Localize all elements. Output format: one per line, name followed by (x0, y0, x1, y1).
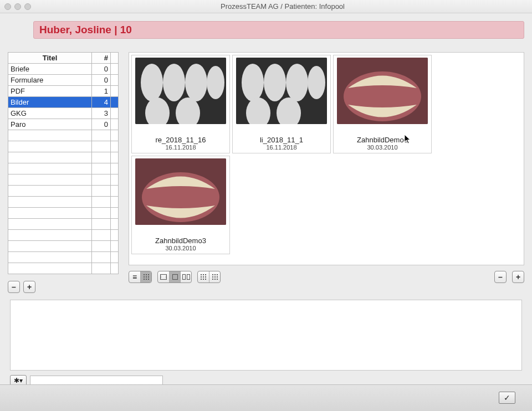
filmstrip-icon (160, 274, 167, 280)
dual-icon (182, 274, 190, 280)
svg-point-1 (141, 64, 163, 101)
thumbnail-label: li_2018_11_1 (260, 136, 303, 144)
patient-name-id: Huber, Josline | 10 (39, 24, 132, 35)
thumbnail-image (135, 58, 226, 124)
category-row-empty (8, 186, 119, 197)
category-spare (111, 75, 119, 86)
zoom-window-icon[interactable] (24, 3, 31, 10)
svg-point-11 (308, 66, 325, 99)
notes-panel[interactable] (10, 300, 522, 371)
category-row[interactable]: Formulare0 (8, 75, 119, 86)
patient-banner: Huber, Josline | 10 (33, 21, 524, 39)
category-row-empty (8, 252, 119, 263)
category-spare (111, 119, 119, 130)
category-row-empty (8, 263, 119, 274)
gallery-remove-button[interactable]: – (494, 271, 507, 283)
category-title: Briefe (8, 64, 92, 75)
view-mode-segment-3 (197, 271, 221, 283)
category-row-empty (8, 174, 119, 186)
add-category-button[interactable]: + (23, 281, 35, 293)
category-title: PDF (8, 86, 92, 97)
image-gallery: re_2018_11_1616.11.2018li_2018_11_116.11… (129, 52, 524, 265)
window-titlebar: ProzessTEAM AG / Patienten: Infopool (0, 0, 532, 13)
single-icon (172, 274, 178, 280)
thumbnail-label: re_2018_11_16 (155, 136, 206, 144)
category-count: 0 (92, 64, 111, 75)
category-count: 0 (92, 119, 111, 130)
category-count: 4 (92, 97, 111, 108)
category-spare (111, 86, 119, 97)
window-traffic-lights (4, 3, 31, 10)
svg-point-10 (286, 64, 308, 101)
category-spare (111, 97, 119, 108)
category-spare (111, 108, 119, 119)
svg-point-3 (185, 64, 207, 101)
thumbnail-image (135, 158, 226, 225)
category-title: Formulare (8, 75, 92, 86)
category-row[interactable]: Briefe0 (8, 64, 119, 75)
svg-point-2 (163, 64, 185, 101)
gallery-thumbnail[interactable]: li_2018_11_116.11.2018 (232, 55, 331, 153)
category-row-empty (8, 219, 119, 230)
thumbnail-label: ZahnbildDemo6 (357, 136, 408, 144)
remove-category-button[interactable]: – (8, 281, 20, 293)
gallery-thumbnail[interactable]: re_2018_11_1616.11.2018 (131, 55, 230, 153)
view-single-button[interactable] (169, 271, 180, 282)
category-spare (111, 64, 119, 75)
category-count: 1 (92, 86, 111, 97)
category-header-spare (111, 53, 119, 64)
category-row-empty (8, 130, 119, 141)
window-title: ProzessTEAM AG / Patienten: Infopool (38, 2, 528, 11)
category-row-empty (8, 208, 119, 219)
minimize-window-icon[interactable] (14, 3, 21, 10)
category-row[interactable]: PDF1 (8, 86, 119, 97)
thumbnail-label: ZahnbildDemo3 (155, 237, 206, 245)
thumbnail-date: 16.11.2018 (266, 144, 296, 151)
category-title: GKG (8, 108, 92, 119)
view-filmstrip-button[interactable] (158, 271, 169, 282)
category-row-empty (8, 152, 119, 163)
category-row[interactable]: Paro0 (8, 119, 119, 130)
thumbnail-date: 16.11.2018 (165, 144, 196, 151)
category-row[interactable]: GKG3 (8, 108, 119, 119)
close-window-icon[interactable] (4, 3, 11, 10)
category-header-title[interactable]: Titel (8, 53, 92, 64)
view-dense-grid-a-button[interactable] (198, 271, 209, 282)
category-row-empty (8, 241, 119, 252)
category-row-empty (8, 230, 119, 241)
category-title: Bilder (8, 97, 92, 108)
gallery-add-button[interactable]: + (512, 271, 524, 283)
confirm-button[interactable]: ✓ (499, 392, 515, 404)
view-list-button[interactable] (129, 271, 140, 282)
svg-point-4 (207, 66, 224, 99)
grid-icon (143, 274, 150, 280)
gallery-thumbnail[interactable]: ZahnbildDemo630.03.2010 (333, 55, 432, 153)
gear-icon: ✱▾ (14, 377, 23, 384)
category-title: Paro (8, 119, 92, 130)
category-row-empty (8, 197, 119, 208)
view-mode-segment-1 (129, 271, 152, 283)
view-dual-button[interactable] (180, 271, 191, 282)
thumbnail-date: 30.03.2010 (367, 144, 397, 151)
list-icon (132, 273, 137, 281)
view-dense-grid-b-button[interactable] (209, 271, 220, 282)
category-count: 0 (92, 75, 111, 86)
view-grid-button[interactable] (140, 271, 151, 282)
category-row[interactable]: Bilder4 (8, 97, 119, 108)
category-count: 3 (92, 108, 111, 119)
category-table: Titel # Briefe0Formulare0PDF1Bilder4GKG3… (8, 52, 119, 274)
view-mode-segment-2 (157, 271, 192, 283)
svg-point-9 (264, 64, 286, 101)
window-footer: ✓ (0, 384, 532, 411)
category-row-empty (8, 163, 119, 174)
category-row-empty (8, 141, 119, 152)
category-header-count[interactable]: # (92, 53, 111, 64)
dense-grid-b-icon (212, 274, 218, 280)
thumbnail-date: 30.03.2010 (165, 245, 196, 251)
gallery-thumbnail[interactable]: ZahnbildDemo330.03.2010 (131, 156, 230, 254)
thumbnail-image (337, 58, 428, 124)
gallery-toolbar: – + (129, 271, 524, 283)
svg-point-8 (242, 64, 264, 101)
thumbnail-image (236, 58, 327, 124)
dense-grid-a-icon (200, 274, 207, 280)
